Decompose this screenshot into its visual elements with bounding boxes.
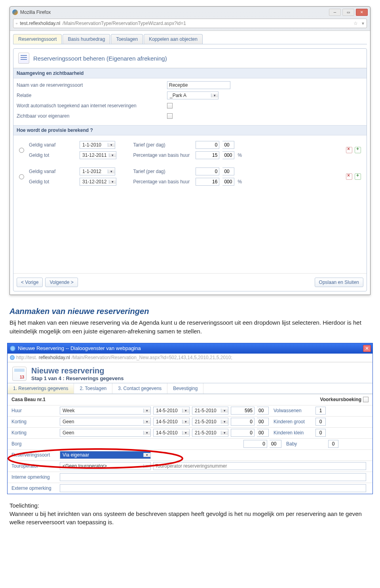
input-tarief[interactable] <box>196 167 219 175</box>
input-huur-amt[interactable] <box>231 407 255 415</box>
checkbox-visible-owners[interactable] <box>167 113 173 119</box>
dialog-header: Nieuwe reservering Stap 1 van 4 : Reserv… <box>8 362 372 383</box>
combo-relation[interactable]: _Park A ▾ <box>167 91 218 99</box>
radio-provision[interactable] <box>19 174 24 179</box>
input-tourop-nr[interactable] <box>153 462 366 470</box>
dlg-tab-bevestiging[interactable]: Bevestiging <box>167 383 203 394</box>
combo-huur-to[interactable]: 21-5-2010▾ <box>192 407 228 415</box>
dlg-tab-reserverings[interactable]: 1. Reserverings gegevens <box>8 383 74 394</box>
dlg-tab-toeslagen[interactable]: 2. Toeslagen <box>74 383 112 394</box>
doc-section: Aanmaken van nieuwe reserveringen Bij he… <box>10 307 370 336</box>
chevron-down-icon: ▾ <box>143 420 150 424</box>
titlebar: Mozilla Firefox ─ ▭ ✕ <box>10 7 370 18</box>
web-content: Reserveringssoort Basis huurbedrag Toesl… <box>10 30 370 295</box>
dialog-close-button[interactable]: ✕ <box>363 345 371 352</box>
page-favicon: ▫ <box>16 21 17 26</box>
input-interne-opmerking[interactable] <box>60 473 366 481</box>
label-korting: Korting <box>8 419 60 424</box>
label-baby: Baby <box>286 441 326 447</box>
input-korting-amt[interactable] <box>231 429 255 437</box>
input-huur-cents[interactable] <box>257 407 269 415</box>
input-tarief-cents[interactable] <box>222 167 234 175</box>
combo-korting-from[interactable]: 14-5-2010▾ <box>153 418 190 426</box>
input-percentage-dec[interactable] <box>222 178 234 186</box>
provision-row: Geldig vanaf 1-1-2012▾ Geldig tot 31-12-… <box>17 164 363 190</box>
wizard-footer: < Vorige Volgende > Opslaan en Sluiten <box>13 273 367 291</box>
input-borg-amt[interactable] <box>243 440 267 448</box>
label-huur: Huur <box>8 408 60 413</box>
input-name[interactable] <box>167 81 230 89</box>
checkbox-auto-internet[interactable] <box>167 103 173 108</box>
dlg-tab-contact[interactable]: 3. Contact gegevens <box>112 383 167 394</box>
close-button[interactable]: ✕ <box>356 9 368 16</box>
input-kinderen-klein[interactable] <box>315 429 326 437</box>
combo-date-to[interactable]: 31-12-2012▾ <box>80 178 116 186</box>
tab-toeslagen[interactable]: Toeslagen <box>111 34 143 44</box>
chevron-down-icon: ▾ <box>108 169 115 173</box>
input-baby[interactable] <box>328 440 338 448</box>
combo-reserveringssoort[interactable]: Via eigenaar▾ <box>60 451 151 459</box>
wizard-panel: Reserveringssoort beheren (Eigenaren afr… <box>13 48 367 291</box>
input-borg-cents[interactable] <box>270 440 281 448</box>
checkbox-voorkeur[interactable] <box>363 397 369 402</box>
label-volwassenen: Volwassenen <box>274 408 313 413</box>
input-kinderen-groot[interactable] <box>315 418 326 426</box>
combo-relation-value: _Park A <box>167 93 211 98</box>
minimize-button[interactable]: ─ <box>329 9 341 16</box>
input-korting-amt[interactable] <box>231 418 255 426</box>
input-externe-opmerking[interactable] <box>60 484 366 492</box>
add-icon[interactable] <box>355 173 361 180</box>
delete-icon[interactable] <box>346 147 352 153</box>
input-korting-cents[interactable] <box>257 418 269 426</box>
combo-korting-to[interactable]: 21-5-2010▾ <box>192 418 228 426</box>
chevron-down-icon: ▾ <box>108 143 115 147</box>
combo-date-to[interactable]: 31-12-2011▾ <box>80 151 116 159</box>
add-icon[interactable] <box>355 147 361 153</box>
input-percentage-dec[interactable] <box>222 151 234 159</box>
url-bar[interactable]: ▫ test.reflexholiday.nl /Main/Reservatio… <box>13 19 367 28</box>
combo-huur-from[interactable]: 14-5-2010▾ <box>153 407 190 415</box>
prev-button[interactable]: < Vorige <box>17 278 43 287</box>
object-label: Casa Beau nr.1 <box>8 397 60 402</box>
ie-favicon <box>10 355 15 360</box>
tab-basis-huurbedrag[interactable]: Basis huurbedrag <box>63 34 110 44</box>
maximize-button[interactable]: ▭ <box>342 9 354 16</box>
input-korting-cents[interactable] <box>257 429 269 437</box>
voorkeur-label: Voorkeursboeking <box>320 397 372 402</box>
combo-korting[interactable]: Geen▾ <box>60 429 151 437</box>
label-touroperator: Touroperator <box>8 463 60 469</box>
combo-huur[interactable]: Week▾ <box>60 407 151 415</box>
next-button[interactable]: Volgende > <box>45 278 78 287</box>
radio-provision[interactable] <box>19 148 24 153</box>
combo-korting-to[interactable]: 21-5-2010▾ <box>192 429 228 437</box>
caption-body: Wanneer u bij het inrichten van ons syst… <box>10 510 362 525</box>
combo-korting-from[interactable]: 14-5-2010▾ <box>153 429 190 437</box>
url-dropdown-icon[interactable]: ▾ <box>362 21 364 26</box>
input-percentage[interactable] <box>196 151 219 159</box>
section-naamgeving-head: Naamgeving en zichtbaarheid <box>13 68 367 78</box>
label-geldig-vanaf: Geldig vanaf <box>29 169 76 174</box>
input-percentage[interactable] <box>196 178 219 186</box>
chevron-down-icon: ▾ <box>143 464 150 468</box>
firefox-icon <box>12 10 18 15</box>
tab-koppelen[interactable]: Koppelen aan objecten <box>144 34 203 44</box>
combo-korting[interactable]: Geen▾ <box>60 418 151 426</box>
delete-icon[interactable] <box>346 173 352 180</box>
save-close-button[interactable]: Opslaan en Sluiten <box>315 278 363 287</box>
input-tarief-cents[interactable] <box>222 141 234 149</box>
chevron-down-icon: ▾ <box>182 420 189 424</box>
doc-heading: Aanmaken van nieuwe reserveringen <box>10 307 370 316</box>
tab-reserveringssoort[interactable]: Reserveringssoort <box>13 34 62 44</box>
dialog-tabs: 1. Reserverings gegevens 2. Toeslagen 3.… <box>8 383 372 394</box>
label-borg: Borg <box>8 441 60 447</box>
combo-date-from[interactable]: 1-1-2010▾ <box>80 141 115 149</box>
dialog-content: Nieuwe reservering Stap 1 van 4 : Reserv… <box>8 362 372 494</box>
input-volwassenen[interactable] <box>315 407 326 415</box>
combo-touroperator[interactable]: <Geen touroperator>▾ <box>60 462 151 470</box>
bookmark-star-icon[interactable]: ☆ <box>353 21 358 26</box>
input-tarief[interactable] <box>196 141 219 149</box>
caption-lead: Toelichting: <box>10 502 39 509</box>
combo-date-from[interactable]: 1-1-2012▾ <box>80 167 115 175</box>
dialog-title: Nieuwe Reservering -- Dialoogvenster van… <box>18 345 141 351</box>
chevron-down-icon: ▾ <box>143 409 150 413</box>
